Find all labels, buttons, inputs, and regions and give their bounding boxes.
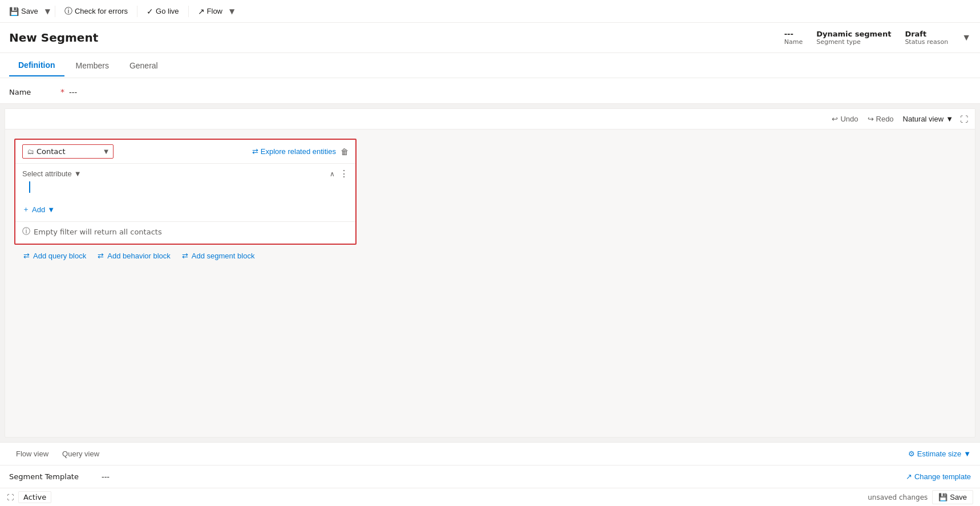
more-options-button[interactable]: ⋮: [339, 168, 349, 179]
save-icon: 💾: [9, 7, 19, 16]
empty-filter-message: ⓘ Empty filter will return all contacts: [22, 226, 349, 237]
flow-view-tab[interactable]: Flow view: [9, 445, 55, 463]
check-errors-button[interactable]: ⓘ Check for errors: [60, 4, 132, 19]
meta-name-label: Name: [784, 38, 803, 46]
main-toolbar: 💾 Save ▼ ⓘ Check for errors ✓ Go live ↗ …: [0, 0, 980, 23]
unsaved-changes-text: unsaved changes: [868, 493, 928, 501]
explore-related-button[interactable]: ⇄ Explore related entities: [252, 147, 336, 156]
query-block-header: 🗂 Contact ▼ ⇄ Explore related entities 🗑: [15, 140, 355, 163]
explore-icon: ⇄: [252, 147, 258, 156]
attribute-row: Select attribute ▼ ∧ ⋮: [22, 168, 349, 179]
collapse-attribute-button[interactable]: ∧: [330, 170, 335, 178]
undo-icon: ↩: [832, 115, 838, 123]
query-block-container: 🗂 Contact ▼ ⇄ Explore related entities 🗑: [5, 129, 975, 437]
go-live-button[interactable]: ✓ Go live: [142, 5, 183, 18]
check-icon: ⓘ: [64, 6, 72, 17]
select-attribute-label: Select attribute: [22, 169, 72, 178]
divider-1: [55, 6, 55, 17]
segment-block-icon: ⇄: [182, 252, 188, 260]
meta-name: --- Name: [784, 30, 803, 46]
behavior-block-icon: ⇄: [98, 252, 104, 260]
add-behavior-block-button[interactable]: ⇄ Add behavior block: [98, 252, 171, 260]
attribute-controls: ∧ ⋮: [330, 168, 349, 179]
add-segment-block-button[interactable]: ⇄ Add segment block: [182, 252, 255, 260]
meta-status-reason-label: Status reason: [905, 38, 948, 46]
view-select-button[interactable]: Natural view ▼: [901, 114, 955, 124]
view-label: Natural view: [903, 115, 944, 123]
status-save-icon: 💾: [938, 493, 947, 501]
status-save-button[interactable]: 💾 Save: [932, 490, 973, 504]
entity-dropdown-arrow: ▼: [104, 148, 108, 155]
form-area: Name * ---: [0, 78, 980, 104]
name-field-label: Name: [9, 88, 55, 96]
empty-filter-text: Empty filter will return all contacts: [34, 228, 162, 236]
query-view-tab[interactable]: Query view: [55, 445, 106, 463]
empty-filter-section: ⓘ Empty filter will return all contacts: [15, 221, 355, 244]
entity-icon: 🗂: [27, 148, 34, 156]
divider-2: [137, 6, 137, 17]
template-row: Segment Template --- ↗ Change template: [0, 465, 980, 488]
entity-name: Contact: [37, 147, 66, 156]
tab-bar: Definition Members General: [0, 53, 980, 78]
meta-status-reason: Draft Status reason: [905, 30, 948, 46]
attribute-dropdown-arrow: ▼: [74, 169, 82, 178]
flow-button[interactable]: ↗ Flow: [193, 5, 227, 18]
estimate-dropdown-arrow: ▼: [963, 450, 971, 458]
change-template-button[interactable]: ↗ Change template: [906, 472, 971, 481]
query-block: 🗂 Contact ▼ ⇄ Explore related entities 🗑: [14, 139, 357, 245]
bottom-tab-group: Flow view Query view: [9, 445, 106, 463]
template-value: ---: [102, 472, 110, 481]
tab-general[interactable]: General: [120, 55, 167, 76]
block-actions: ⇄ Explore related entities 🗑: [252, 147, 349, 156]
add-icon: ＋: [22, 204, 30, 214]
bottom-panel: Flow view Query view ⚙ Estimate size ▼ S…: [0, 442, 980, 488]
expand-canvas-button[interactable]: ⛶: [960, 115, 968, 124]
meta-segment-type-value: Dynamic segment: [816, 30, 891, 38]
redo-button[interactable]: ↪ Redo: [865, 114, 896, 124]
info-icon: ⓘ: [22, 226, 30, 237]
add-button-row: ＋ Add ▼: [15, 200, 355, 221]
add-condition-button[interactable]: ＋ Add ▼: [22, 202, 55, 217]
required-indicator: *: [60, 87, 64, 96]
estimate-size-label: Estimate size: [917, 450, 961, 458]
header-meta: --- Name Dynamic segment Segment type Dr…: [784, 30, 971, 46]
bottom-tabs: Flow view Query view ⚙ Estimate size ▼: [0, 443, 980, 465]
change-template-icon: ↗: [906, 472, 912, 481]
save-button[interactable]: 💾 Save: [5, 5, 43, 18]
select-attribute-button[interactable]: Select attribute ▼: [22, 169, 82, 178]
query-block-icon: ⇄: [23, 252, 30, 260]
meta-status-reason-value: Draft: [905, 30, 926, 38]
page-title: New Segment: [9, 31, 98, 44]
entity-selector: 🗂 Contact ▼: [22, 144, 114, 159]
canvas-area: ↩ Undo ↪ Redo Natural view ▼ ⛶ 🗂: [5, 108, 975, 438]
view-dropdown-arrow: ▼: [946, 115, 953, 123]
text-cursor: [29, 181, 30, 193]
entity-dropdown[interactable]: 🗂 Contact ▼: [22, 144, 114, 159]
template-label: Segment Template: [9, 472, 79, 481]
explore-label: Explore related entities: [261, 147, 336, 156]
tab-definition[interactable]: Definition: [9, 55, 64, 76]
block-add-row: ⇄ Add query block ⇄ Add behavior block ⇄…: [14, 245, 966, 267]
meta-segment-type: Dynamic segment Segment type: [816, 30, 891, 46]
flow-dropdown-arrow[interactable]: ▼: [229, 7, 234, 15]
header-collapse-button[interactable]: ▼: [962, 33, 971, 43]
tab-members[interactable]: Members: [67, 55, 118, 76]
save-label: Save: [21, 7, 38, 15]
status-badge: Active: [18, 491, 51, 503]
redo-label: Redo: [876, 115, 894, 123]
add-query-block-button[interactable]: ⇄ Add query block: [23, 252, 86, 260]
main-content: Name * --- ↩ Undo ↪ Redo Natural view ▼ …: [0, 78, 980, 442]
undo-label: Undo: [840, 115, 858, 123]
status-save-label: Save: [950, 493, 967, 501]
meta-name-value: ---: [784, 30, 793, 38]
add-dropdown-arrow: ▼: [47, 205, 55, 214]
go-live-label: Go live: [156, 7, 179, 15]
save-dropdown-arrow[interactable]: ▼: [45, 7, 50, 15]
estimate-size-button[interactable]: ⚙ Estimate size ▼: [908, 450, 971, 458]
add-segment-block-label: Add segment block: [192, 252, 255, 260]
delete-block-button[interactable]: 🗑: [341, 147, 349, 156]
undo-button[interactable]: ↩ Undo: [829, 114, 860, 124]
divider-3: [188, 6, 189, 17]
estimate-icon: ⚙: [908, 450, 915, 458]
status-expand-button[interactable]: ⛶: [7, 493, 14, 501]
